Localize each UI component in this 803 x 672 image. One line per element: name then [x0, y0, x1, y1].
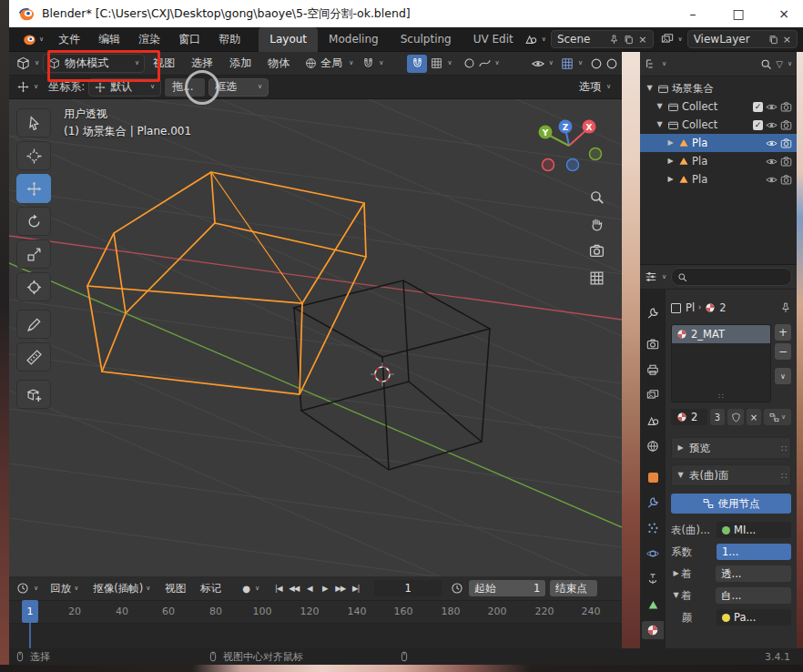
- proportional-edit-toggle[interactable]: [463, 57, 475, 69]
- drag-button[interactable]: 拖...: [165, 78, 205, 97]
- maximize-button[interactable]: □: [719, 0, 757, 27]
- tab-constraints[interactable]: [642, 570, 664, 588]
- outliner-row-plane-selected[interactable]: ▶ Pla: [640, 134, 797, 152]
- menu-keying[interactable]: 抠像(插帧) ∨: [86, 576, 157, 600]
- play-button[interactable]: ▶: [317, 584, 332, 593]
- material-slot-item[interactable]: 2_MAT: [672, 325, 770, 343]
- remove-viewlayer-icon[interactable]: ×: [783, 34, 791, 46]
- frame-end-field[interactable]: 结束点: [550, 580, 597, 596]
- color-value-dropdown[interactable]: Pa...: [717, 609, 791, 626]
- viewlayer-selector[interactable]: ViewLayer ×: [687, 30, 798, 48]
- unlink-material-button[interactable]: ×: [747, 409, 761, 425]
- scene-selector[interactable]: Scene ×: [551, 30, 654, 48]
- list-grip[interactable]: ∷: [672, 392, 770, 401]
- outliner-row-plane-3[interactable]: ▶ Pla: [640, 170, 797, 188]
- eye-icon[interactable]: [766, 119, 778, 131]
- timeline-editor-type-button[interactable]: ∨: [13, 582, 42, 595]
- select-box-tool[interactable]: [16, 108, 51, 137]
- expand-icon[interactable]: ▼: [645, 85, 655, 92]
- minimize-button[interactable]: –: [674, 0, 712, 27]
- tab-world[interactable]: [642, 437, 664, 455]
- gizmo-neg-y-axis[interactable]: [590, 148, 602, 160]
- menu-marker[interactable]: 标记: [194, 576, 228, 600]
- rotate-tool[interactable]: [16, 207, 51, 236]
- gizmo-neg-x-axis[interactable]: [543, 159, 554, 171]
- blender-menu-button[interactable]: ∨: [16, 27, 49, 51]
- tab-uv-edit[interactable]: UV Edit: [462, 27, 524, 52]
- tab-modifiers[interactable]: [642, 494, 664, 512]
- viewport-3d[interactable]: Z X Y 用户透视 (1) 场景集合 | Plane.001: [9, 99, 622, 576]
- play-reverse-button[interactable]: ◀: [301, 584, 317, 593]
- snap-dropdown[interactable]: ∨: [362, 57, 383, 69]
- menu-edit[interactable]: 编辑: [89, 27, 129, 51]
- next-keyframe-button[interactable]: ▶▶: [332, 584, 348, 593]
- expand-icon[interactable]: ▼: [655, 103, 665, 110]
- eye-icon[interactable]: [766, 174, 778, 186]
- pin-icon[interactable]: [780, 302, 791, 313]
- pan-hand-icon[interactable]: [586, 214, 606, 234]
- camera-icon[interactable]: [780, 101, 792, 113]
- tab-render[interactable]: [642, 335, 664, 353]
- outliner-row-plane-2[interactable]: ▶ Pla: [640, 152, 797, 170]
- tab-material[interactable]: [642, 621, 664, 639]
- breadcrumb-object[interactable]: Pl: [686, 301, 695, 314]
- expand-icon[interactable]: ▼: [655, 121, 665, 128]
- outliner-row-collection-1[interactable]: ▼ Collect ✓: [640, 97, 797, 116]
- breadcrumb-material[interactable]: 2: [719, 301, 726, 314]
- annotate-tool[interactable]: [16, 310, 51, 339]
- slot-specials-button[interactable]: ∨: [775, 368, 791, 384]
- tab-output[interactable]: [642, 361, 664, 379]
- menu-help[interactable]: 帮助: [209, 27, 249, 51]
- menu-add[interactable]: 添加: [221, 52, 259, 75]
- camera-icon[interactable]: [780, 137, 792, 149]
- expand-icon[interactable]: ▶: [666, 139, 676, 147]
- tab-particles[interactable]: [642, 519, 664, 537]
- menu-select[interactable]: 选择: [183, 52, 221, 75]
- camera-icon[interactable]: [780, 119, 792, 131]
- collapse-icon[interactable]: ▼: [671, 592, 681, 599]
- collection-checkbox[interactable]: ✓: [753, 120, 763, 130]
- preview-panel-header[interactable]: ▶ 预览 ∷: [671, 437, 791, 459]
- scene-browse-button[interactable]: ∨: [524, 33, 546, 46]
- outliner-editor-type-button[interactable]: ∨: [645, 57, 666, 70]
- remove-slot-button[interactable]: −: [775, 343, 791, 360]
- fake-user-button[interactable]: [727, 409, 744, 425]
- cursor-tool[interactable]: [16, 141, 51, 170]
- collapse-icon[interactable]: ▶: [671, 570, 681, 577]
- viewlayer-browse-button[interactable]: ∨: [661, 33, 683, 46]
- options-dropdown[interactable]: 选项 ∨: [579, 79, 616, 95]
- snap-toggle[interactable]: [407, 55, 427, 73]
- zoom-icon[interactable]: [586, 187, 606, 207]
- material-slot-list[interactable]: 2_MAT ∷: [671, 324, 771, 402]
- new-viewlayer-icon[interactable]: [768, 35, 778, 45]
- tab-tool[interactable]: [642, 304, 664, 322]
- nav-gizmo[interactable]: Z X Y: [539, 120, 602, 171]
- close-button[interactable]: ×: [765, 0, 803, 27]
- expand-icon[interactable]: ▶: [666, 176, 676, 183]
- menu-view[interactable]: 视图: [145, 52, 183, 75]
- collection-checkbox[interactable]: ✓: [753, 102, 763, 112]
- orientation-dropdown[interactable]: 全局 ∨: [305, 56, 353, 71]
- snap-settings-dropdown[interactable]: ∨: [431, 57, 452, 69]
- frame-start-field[interactable]: 起始 1: [469, 580, 545, 596]
- add-cube-tool[interactable]: [16, 380, 51, 409]
- editor-type-button[interactable]: ∨: [13, 56, 43, 70]
- visibility-dropdown[interactable]: ∨: [532, 57, 554, 70]
- add-slot-button[interactable]: +: [775, 324, 791, 341]
- properties-editor-type-button[interactable]: ∨: [645, 270, 666, 283]
- search-icon[interactable]: [760, 58, 772, 70]
- node-link-dropdown[interactable]: ∨: [764, 409, 791, 425]
- wireframe-box-unselected[interactable]: [294, 280, 490, 470]
- clock-icon[interactable]: [451, 582, 463, 595]
- tab-physics[interactable]: [642, 545, 664, 563]
- menu-object[interactable]: 物体: [259, 52, 298, 75]
- shader-1-dropdown[interactable]: 透...: [716, 565, 791, 582]
- gizmos-dropdown[interactable]: ∨: [561, 57, 583, 70]
- unlink-scene-icon[interactable]: ×: [638, 34, 646, 46]
- ortho-grid-icon[interactable]: [586, 268, 606, 288]
- eye-icon[interactable]: [766, 101, 778, 113]
- jump-to-end-button[interactable]: ▶|: [348, 584, 363, 593]
- viewport-canvas[interactable]: Z X Y: [9, 99, 622, 576]
- mode-dropdown[interactable]: 物体模式 ∨: [43, 54, 145, 73]
- eye-icon[interactable]: [766, 156, 778, 168]
